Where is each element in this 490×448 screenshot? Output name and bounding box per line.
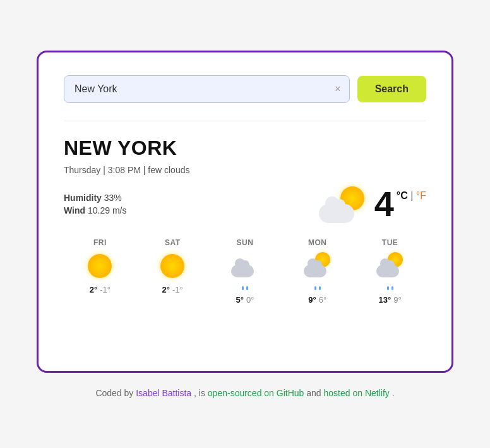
forecast-label-fri: FRI	[93, 238, 107, 247]
forecast-high-mon: 9°	[308, 295, 316, 305]
forecast-label-sun: SUN	[237, 238, 254, 247]
rain-dot	[391, 286, 393, 290]
forecast-high-sat: 2°	[162, 285, 170, 294]
humidity-value: 33%	[104, 193, 122, 203]
rain-dot	[314, 286, 316, 290]
rain-dot	[319, 286, 321, 290]
footer-text-before: Coded by	[95, 388, 133, 398]
forecast-temps-sun: 5° 0°	[236, 295, 254, 305]
forecast-low-mon: 6°	[319, 295, 326, 305]
forecast-icon-tue	[376, 252, 404, 280]
footer-text-and: and	[306, 388, 321, 398]
celsius-unit[interactable]: °C	[397, 190, 408, 201]
footer-text-is: , is	[194, 388, 205, 398]
cloud-tue	[376, 265, 399, 277]
github-label: open-sourced on GitHub	[208, 388, 304, 398]
rain-dots-tue	[387, 286, 393, 290]
github-link[interactable]: open-sourced on GitHub	[208, 388, 306, 398]
forecast-low-tue: 9°	[393, 295, 401, 305]
forecast-temps-tue: 13° 9°	[379, 295, 402, 305]
search-button-label: Search	[375, 83, 409, 94]
search-row: × Search	[64, 75, 426, 103]
rain-dots-mon	[314, 286, 321, 290]
divider	[64, 121, 426, 121]
forecast-low-fri: -1°	[100, 285, 111, 294]
forecast-label-mon: MON	[308, 238, 327, 247]
forecast-low-sun: 0°	[246, 295, 254, 305]
clear-button[interactable]: ×	[333, 83, 342, 95]
cloud-sun	[231, 265, 254, 277]
clear-icon: ×	[335, 83, 340, 94]
humidity-label: Humidity	[64, 193, 102, 203]
forecast-day-tue: TUE 13° 9°	[354, 238, 426, 305]
forecast-low-sat: -1°	[172, 285, 183, 294]
wind-label: Wind	[64, 205, 85, 215]
forecast-high-sun: 5°	[236, 295, 244, 305]
humidity-text: Humidity 33%	[64, 193, 126, 203]
temperature-display: 4 °C | °F	[374, 186, 426, 222]
search-input[interactable]	[64, 75, 350, 103]
current-weather-icon	[319, 185, 364, 223]
rain-dot	[387, 286, 389, 290]
forecast-icon-mon	[304, 252, 332, 280]
partly-cloudy-icon-sun	[231, 252, 259, 277]
netlify-label: hosted on Netlify	[324, 388, 390, 398]
author-link[interactable]: Isabel Battista	[136, 388, 194, 398]
temperature-units: °C | °F	[397, 190, 426, 202]
footer: Coded by Isabel Battista , is open-sourc…	[95, 388, 394, 398]
current-weather: Humidity 33% Wind 10.29 m/s 4	[64, 185, 426, 223]
cloud-icon	[319, 204, 354, 223]
forecast-label-tue: TUE	[382, 238, 398, 247]
forecast-day-fri: FRI 2° -1°	[64, 238, 136, 305]
forecast-icon-sun	[231, 252, 259, 280]
forecast-day-sun: SUN 5° 0°	[209, 238, 282, 305]
forecast-temps-mon: 9° 6°	[308, 295, 326, 305]
partly-cloudy-icon-mon	[304, 252, 332, 277]
forecast-high-fri: 2°	[90, 285, 97, 294]
forecast-temps-sat: 2° -1°	[162, 285, 183, 294]
page-wrapper: × Search NEW YORK Thursday | 3:08 PM | f…	[0, 0, 490, 448]
footer-text-end: .	[392, 388, 395, 398]
city-name: NEW YORK	[64, 136, 426, 160]
netlify-link[interactable]: hosted on Netlify	[324, 388, 392, 398]
rain-dot	[242, 286, 244, 290]
sunny-icon-fri	[88, 254, 112, 278]
fahrenheit-unit[interactable]: °F	[416, 190, 426, 201]
forecast-high-tue: 13°	[379, 295, 391, 305]
partly-cloudy-icon-tue	[376, 252, 404, 277]
search-input-wrapper: ×	[64, 75, 350, 103]
cloud-mon	[304, 265, 326, 277]
forecast-icon-sat	[158, 252, 186, 280]
rain-dot	[246, 286, 248, 290]
wind-value: 10.29 m/s	[88, 205, 126, 215]
temperature-value: 4	[374, 186, 394, 222]
forecast-icon-fri	[86, 252, 114, 280]
sunny-icon-sat	[160, 254, 184, 278]
forecast-temps-fri: 2° -1°	[90, 285, 111, 294]
weather-card: × Search NEW YORK Thursday | 3:08 PM | f…	[37, 51, 453, 373]
author-label: Isabel Battista	[136, 388, 191, 398]
search-button[interactable]: Search	[357, 76, 426, 102]
wind-text: Wind 10.29 m/s	[64, 205, 126, 215]
forecast-day-mon: MON 9° 6°	[281, 238, 354, 305]
date-time: Thursday | 3:08 PM | few clouds	[64, 165, 426, 175]
rain-dots-sun	[242, 286, 248, 290]
unit-divider: |	[410, 190, 416, 201]
forecast-label-sat: SAT	[165, 238, 181, 247]
humidity-wind: Humidity 33% Wind 10.29 m/s	[64, 193, 126, 215]
forecast-day-sat: SAT 2° -1°	[136, 238, 209, 305]
weather-right: 4 °C | °F	[319, 185, 426, 223]
forecast-row: FRI 2° -1° SAT 2° -1°	[64, 238, 426, 305]
